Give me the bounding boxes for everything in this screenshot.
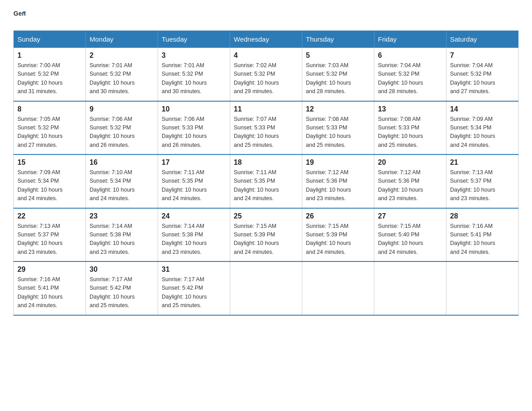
day-info: Sunrise: 7:08 AM Sunset: 5:33 PM Dayligh… <box>378 115 442 150</box>
day-info: Sunrise: 7:12 AM Sunset: 5:36 PM Dayligh… <box>378 168 442 203</box>
day-info: Sunrise: 7:01 AM Sunset: 5:32 PM Dayligh… <box>90 61 154 96</box>
day-info: Sunrise: 7:06 AM Sunset: 5:33 PM Dayligh… <box>162 115 226 150</box>
page-header: General <box>13 9 519 21</box>
day-number: 14 <box>450 105 515 113</box>
day-info: Sunrise: 7:11 AM Sunset: 5:35 PM Dayligh… <box>162 168 226 203</box>
day-cell: 8 Sunrise: 7:05 AM Sunset: 5:32 PM Dayli… <box>14 101 86 155</box>
day-number: 22 <box>17 212 82 220</box>
day-info: Sunrise: 7:16 AM Sunset: 5:41 PM Dayligh… <box>450 222 515 257</box>
header-saturday: Saturday <box>446 31 519 48</box>
day-number: 30 <box>90 265 154 274</box>
day-cell: 28 Sunrise: 7:16 AM Sunset: 5:41 PM Dayl… <box>446 208 519 262</box>
day-cell: 22 Sunrise: 7:13 AM Sunset: 5:37 PM Dayl… <box>14 208 86 262</box>
day-cell: 13 Sunrise: 7:08 AM Sunset: 5:33 PM Dayl… <box>374 101 446 155</box>
day-cell: 1 Sunrise: 7:00 AM Sunset: 5:32 PM Dayli… <box>14 48 86 101</box>
day-number: 23 <box>90 212 154 220</box>
day-info: Sunrise: 7:01 AM Sunset: 5:32 PM Dayligh… <box>162 61 226 96</box>
day-number: 7 <box>450 51 515 60</box>
day-info: Sunrise: 7:15 AM Sunset: 5:40 PM Dayligh… <box>378 222 442 257</box>
header-friday: Friday <box>374 31 446 48</box>
day-number: 16 <box>90 158 154 167</box>
day-number: 18 <box>234 158 298 167</box>
day-number: 24 <box>162 212 226 220</box>
calendar-header: SundayMondayTuesdayWednesdayThursdayFrid… <box>14 31 519 48</box>
header-thursday: Thursday <box>302 31 374 48</box>
day-cell: 24 Sunrise: 7:14 AM Sunset: 5:38 PM Dayl… <box>158 208 230 262</box>
logo: General <box>13 9 29 21</box>
day-cell: 17 Sunrise: 7:11 AM Sunset: 5:35 PM Dayl… <box>158 154 230 208</box>
header-tuesday: Tuesday <box>158 31 230 48</box>
day-cell <box>374 261 446 315</box>
day-cell: 5 Sunrise: 7:03 AM Sunset: 5:32 PM Dayli… <box>302 48 374 101</box>
day-cell <box>230 261 302 315</box>
week-row-4: 22 Sunrise: 7:13 AM Sunset: 5:37 PM Dayl… <box>14 208 519 262</box>
day-number: 5 <box>306 51 370 60</box>
day-cell: 14 Sunrise: 7:09 AM Sunset: 5:34 PM Dayl… <box>446 101 519 155</box>
day-cell: 21 Sunrise: 7:13 AM Sunset: 5:37 PM Dayl… <box>446 154 519 208</box>
day-cell: 3 Sunrise: 7:01 AM Sunset: 5:32 PM Dayli… <box>158 48 230 101</box>
week-row-2: 8 Sunrise: 7:05 AM Sunset: 5:32 PM Dayli… <box>14 101 519 155</box>
day-cell <box>302 261 374 315</box>
day-number: 27 <box>378 212 442 220</box>
day-cell: 11 Sunrise: 7:07 AM Sunset: 5:33 PM Dayl… <box>230 101 302 155</box>
day-info: Sunrise: 7:09 AM Sunset: 5:34 PM Dayligh… <box>450 115 515 150</box>
week-row-3: 15 Sunrise: 7:09 AM Sunset: 5:34 PM Dayl… <box>14 154 519 208</box>
day-number: 9 <box>90 105 154 113</box>
day-number: 15 <box>17 158 82 167</box>
day-info: Sunrise: 7:04 AM Sunset: 5:32 PM Dayligh… <box>378 61 442 96</box>
day-info: Sunrise: 7:13 AM Sunset: 5:37 PM Dayligh… <box>450 168 515 203</box>
calendar-table: SundayMondayTuesdayWednesdayThursdayFrid… <box>13 30 519 316</box>
week-row-1: 1 Sunrise: 7:00 AM Sunset: 5:32 PM Dayli… <box>14 48 519 101</box>
day-number: 3 <box>162 51 226 60</box>
day-number: 6 <box>378 51 442 60</box>
day-cell: 9 Sunrise: 7:06 AM Sunset: 5:32 PM Dayli… <box>86 101 158 155</box>
day-number: 28 <box>450 212 515 220</box>
day-info: Sunrise: 7:12 AM Sunset: 5:36 PM Dayligh… <box>306 168 370 203</box>
day-number: 19 <box>306 158 370 167</box>
header-row: SundayMondayTuesdayWednesdayThursdayFrid… <box>14 31 519 48</box>
day-number: 31 <box>162 265 226 274</box>
day-info: Sunrise: 7:11 AM Sunset: 5:35 PM Dayligh… <box>234 168 298 203</box>
day-cell: 30 Sunrise: 7:17 AM Sunset: 5:42 PM Dayl… <box>86 261 158 315</box>
day-cell: 27 Sunrise: 7:15 AM Sunset: 5:40 PM Dayl… <box>374 208 446 262</box>
day-number: 21 <box>450 158 515 167</box>
day-number: 13 <box>378 105 442 113</box>
day-info: Sunrise: 7:06 AM Sunset: 5:32 PM Dayligh… <box>90 115 154 150</box>
day-cell: 26 Sunrise: 7:15 AM Sunset: 5:39 PM Dayl… <box>302 208 374 262</box>
day-cell: 19 Sunrise: 7:12 AM Sunset: 5:36 PM Dayl… <box>302 154 374 208</box>
day-info: Sunrise: 7:13 AM Sunset: 5:37 PM Dayligh… <box>17 222 82 257</box>
logo-icon: General <box>13 9 26 21</box>
day-cell: 18 Sunrise: 7:11 AM Sunset: 5:35 PM Dayl… <box>230 154 302 208</box>
day-number: 26 <box>306 212 370 220</box>
day-number: 29 <box>17 265 82 274</box>
day-info: Sunrise: 7:09 AM Sunset: 5:34 PM Dayligh… <box>17 168 82 203</box>
day-cell: 15 Sunrise: 7:09 AM Sunset: 5:34 PM Dayl… <box>14 154 86 208</box>
day-number: 25 <box>234 212 298 220</box>
day-cell: 25 Sunrise: 7:15 AM Sunset: 5:39 PM Dayl… <box>230 208 302 262</box>
day-info: Sunrise: 7:02 AM Sunset: 5:32 PM Dayligh… <box>234 61 298 96</box>
day-info: Sunrise: 7:15 AM Sunset: 5:39 PM Dayligh… <box>234 222 298 257</box>
day-cell: 31 Sunrise: 7:17 AM Sunset: 5:42 PM Dayl… <box>158 261 230 315</box>
day-info: Sunrise: 7:15 AM Sunset: 5:39 PM Dayligh… <box>306 222 370 257</box>
day-info: Sunrise: 7:07 AM Sunset: 5:33 PM Dayligh… <box>234 115 298 150</box>
day-number: 2 <box>90 51 154 60</box>
day-cell: 23 Sunrise: 7:14 AM Sunset: 5:38 PM Dayl… <box>86 208 158 262</box>
day-number: 10 <box>162 105 226 113</box>
day-number: 20 <box>378 158 442 167</box>
day-info: Sunrise: 7:10 AM Sunset: 5:34 PM Dayligh… <box>90 168 154 203</box>
day-number: 11 <box>234 105 298 113</box>
day-info: Sunrise: 7:08 AM Sunset: 5:33 PM Dayligh… <box>306 115 370 150</box>
header-sunday: Sunday <box>14 31 86 48</box>
header-wednesday: Wednesday <box>230 31 302 48</box>
day-cell: 10 Sunrise: 7:06 AM Sunset: 5:33 PM Dayl… <box>158 101 230 155</box>
day-cell: 29 Sunrise: 7:16 AM Sunset: 5:41 PM Dayl… <box>14 261 86 315</box>
day-info: Sunrise: 7:17 AM Sunset: 5:42 PM Dayligh… <box>162 275 226 310</box>
day-info: Sunrise: 7:03 AM Sunset: 5:32 PM Dayligh… <box>306 61 370 96</box>
day-info: Sunrise: 7:00 AM Sunset: 5:32 PM Dayligh… <box>17 61 82 96</box>
day-cell: 20 Sunrise: 7:12 AM Sunset: 5:36 PM Dayl… <box>374 154 446 208</box>
day-number: 17 <box>162 158 226 167</box>
header-monday: Monday <box>86 31 158 48</box>
calendar-body: 1 Sunrise: 7:00 AM Sunset: 5:32 PM Dayli… <box>14 48 519 315</box>
day-info: Sunrise: 7:05 AM Sunset: 5:32 PM Dayligh… <box>17 115 82 150</box>
day-cell: 12 Sunrise: 7:08 AM Sunset: 5:33 PM Dayl… <box>302 101 374 155</box>
